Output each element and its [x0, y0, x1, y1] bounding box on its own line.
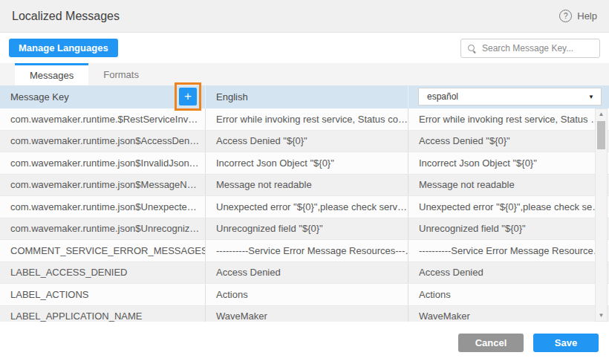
cell-english[interactable]: Unrecognized field "${0}" — [205, 218, 408, 240]
scroll-down-icon[interactable]: ▼ — [596, 311, 607, 321]
search-icon — [467, 44, 476, 53]
cell-translation[interactable]: Unrecognized field "${0}" — [408, 218, 595, 240]
cell-translation[interactable]: WaveMaker — [408, 306, 595, 322]
cell-english[interactable]: Error while invoking rest service, Statu… — [205, 108, 408, 130]
language-selected-value: español — [427, 91, 458, 102]
toolbar: Manage Languages — [0, 33, 609, 63]
table-body: com.wavemaker.runtime.$RestServiceInv…Er… — [0, 108, 609, 322]
cell-english[interactable]: Unexpected error "${0}",please check ser… — [205, 196, 408, 218]
cell-key[interactable]: LABEL_ACTIONS — [0, 284, 205, 305]
cell-key[interactable]: com.wavemaker.runtime.json$Unexpecte… — [0, 196, 205, 218]
cell-english[interactable]: Message not readable — [205, 175, 408, 196]
tab-messages[interactable]: Messages — [15, 63, 88, 85]
cell-key[interactable]: com.wavemaker.runtime.$RestServiceInv… — [0, 108, 205, 130]
column-header-english: English — [205, 85, 408, 108]
help-button[interactable]: ? Help — [559, 10, 597, 22]
cell-translation[interactable]: Actions — [408, 284, 595, 305]
cell-english[interactable]: WaveMaker — [205, 306, 408, 322]
cell-key[interactable]: com.wavemaker.runtime.json$AccessDen… — [0, 131, 205, 152]
language-select[interactable]: español ▼ — [418, 88, 602, 105]
cell-key[interactable]: com.wavemaker.runtime.json$InvalidJson… — [0, 152, 205, 174]
table-row[interactable]: LABEL_APPLICATION_NAMEWaveMakerWaveMaker — [0, 306, 609, 322]
cell-translation[interactable]: Incorrect Json Object "${0}" — [408, 152, 595, 174]
tab-strip: Messages Formats — [0, 63, 609, 85]
tab-formats[interactable]: Formats — [88, 63, 154, 85]
cell-key[interactable]: COMMENT_SERVICE_ERROR_MESSAGES — [0, 240, 205, 261]
scroll-up-icon[interactable]: ▲ — [596, 109, 607, 120]
cell-translation[interactable]: ----------Service Error Message Resource… — [408, 240, 595, 261]
table-scrollbar[interactable]: ▲ ▼ — [595, 108, 608, 322]
cell-translation[interactable]: Error while invoking rest service, Statu… — [408, 108, 595, 130]
cell-english[interactable]: Access Denied "${0}" — [205, 131, 408, 152]
table-row[interactable]: com.wavemaker.runtime.json$AccessDen…Acc… — [0, 131, 609, 153]
cell-translation[interactable]: Access Denied "${0}" — [408, 131, 595, 152]
table-row[interactable]: LABEL_ACTIONSActionsActions — [0, 284, 609, 306]
cell-translation[interactable]: Message not readable — [408, 175, 595, 196]
cell-key[interactable]: com.wavemaker.runtime.json$Unrecogniz… — [0, 218, 205, 240]
cell-key[interactable]: LABEL_APPLICATION_NAME — [0, 306, 205, 322]
chevron-down-icon: ▼ — [588, 94, 594, 100]
table-row[interactable]: com.wavemaker.runtime.json$InvalidJson…I… — [0, 152, 609, 175]
search-input[interactable] — [481, 42, 593, 54]
cell-translation[interactable]: Unexpected error "${0}",please check se… — [408, 196, 595, 218]
dialog-title-bar: Localized Messages ? Help — [0, 0, 609, 33]
cell-english[interactable]: Incorrect Json Object "${0}" — [205, 152, 408, 174]
scrollbar-thumb[interactable] — [597, 121, 605, 149]
search-box[interactable] — [460, 39, 600, 58]
cell-english[interactable]: ----------Service Error Message Resource… — [205, 240, 408, 261]
dialog-footer: Cancel Save — [0, 322, 609, 364]
table-row[interactable]: com.wavemaker.runtime.json$Unrecogniz…Un… — [0, 218, 609, 241]
help-icon: ? — [559, 10, 572, 22]
cell-translation[interactable]: Access Denied — [408, 262, 595, 284]
cell-english[interactable]: Actions — [205, 284, 408, 305]
table-row[interactable]: COMMENT_SERVICE_ERROR_MESSAGES----------… — [0, 240, 609, 262]
column-header-message-key: Message Key — [0, 85, 205, 108]
add-message-key-button[interactable]: + — [179, 88, 197, 105]
cell-key[interactable]: com.wavemaker.runtime.json$MessageN… — [0, 175, 205, 196]
save-button[interactable]: Save — [533, 334, 599, 352]
cell-key[interactable]: LABEL_ACCESS_DENIED — [0, 262, 205, 284]
help-label: Help — [577, 10, 597, 22]
table-row[interactable]: LABEL_ACCESS_DENIEDAccess DeniedAccess D… — [0, 262, 609, 285]
cancel-button[interactable]: Cancel — [458, 334, 524, 352]
table-row[interactable]: com.wavemaker.runtime.json$MessageN…Mess… — [0, 175, 609, 197]
page-title: Localized Messages — [12, 10, 120, 23]
table-row[interactable]: com.wavemaker.runtime.$RestServiceInv…Er… — [0, 108, 609, 131]
manage-languages-button[interactable]: Manage Languages — [9, 39, 118, 57]
table-row[interactable]: com.wavemaker.runtime.json$Unexpecte…Une… — [0, 196, 609, 218]
cell-english[interactable]: Access Denied — [205, 262, 408, 284]
